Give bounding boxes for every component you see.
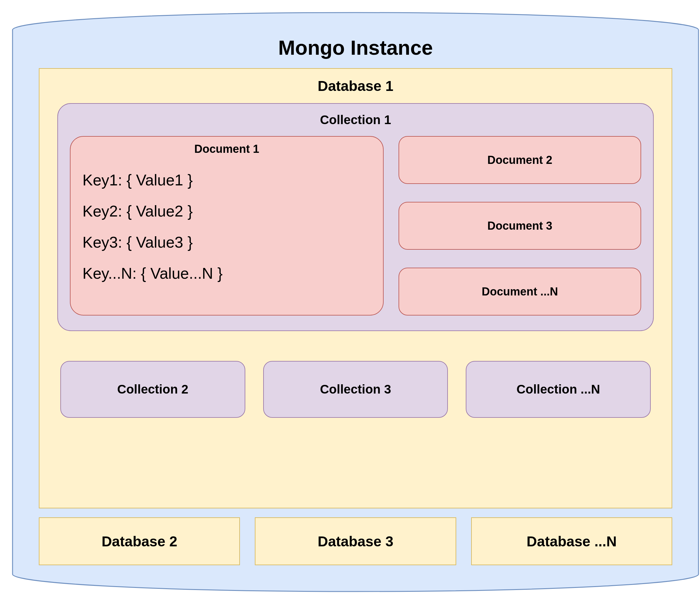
key-value-pair: Key3: { Value3 } [82, 233, 371, 251]
databases-row: Database 2 Database 3 Database ...N [39, 517, 672, 565]
key-value-pair: Key1: { Value1 } [82, 171, 371, 189]
collection-n-box: Collection ...N [466, 361, 651, 418]
document-3-box: Document 3 [399, 202, 641, 250]
document-2-box: Document 2 [399, 136, 641, 184]
database-2-box: Database 2 [39, 517, 240, 565]
document-1-title: Document 1 [82, 143, 371, 156]
document-1-box: Document 1 Key1: { Value1 } Key2: { Valu… [70, 136, 384, 315]
key-value-pair: Key2: { Value2 } [82, 202, 371, 220]
documents-row: Document 1 Key1: { Value1 } Key2: { Valu… [70, 136, 641, 315]
database-1-title: Database 1 [51, 78, 660, 94]
collection-3-box: Collection 3 [263, 361, 448, 418]
database-3-box: Database 3 [255, 517, 456, 565]
collections-row: Collection 2 Collection 3 Collection ...… [60, 361, 651, 418]
documents-column: Document 2 Document 3 Document ...N [399, 136, 641, 315]
diagram-canvas: Mongo Instance Database 1 Collection 1 D… [6, 6, 700, 593]
database-1-box: Database 1 Collection 1 Document 1 Key1:… [39, 68, 672, 508]
mongo-instance-cylinder: Mongo Instance Database 1 Collection 1 D… [12, 12, 699, 592]
document-n-box: Document ...N [399, 268, 641, 315]
collection-1-box: Collection 1 Document 1 Key1: { Value1 }… [57, 103, 654, 331]
instance-title: Mongo Instance [39, 36, 672, 59]
collection-1-title: Collection 1 [70, 113, 641, 127]
database-n-box: Database ...N [471, 517, 672, 565]
collection-2-box: Collection 2 [60, 361, 245, 418]
key-value-pair: Key...N: { Value...N } [82, 264, 371, 282]
